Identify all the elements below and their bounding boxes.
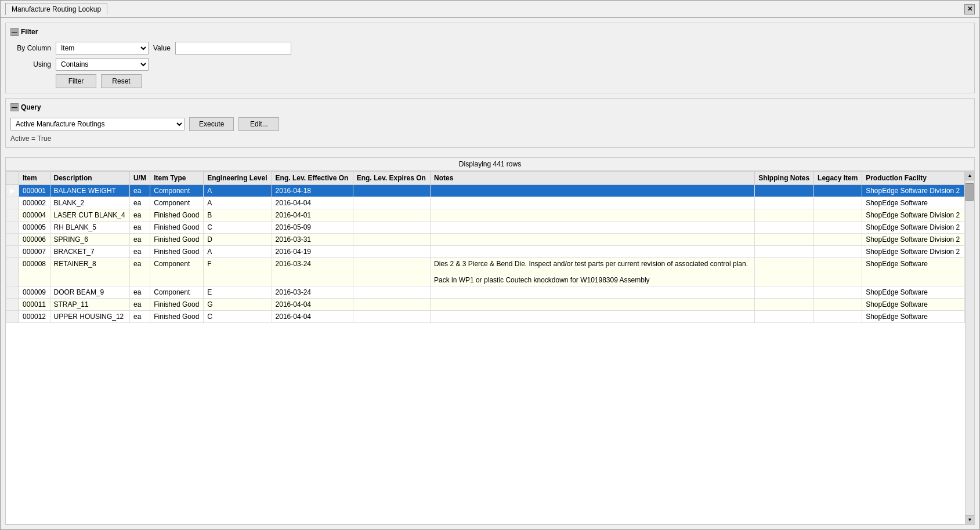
cell-um: ea [129, 258, 150, 286]
vertical-scrollbar[interactable]: ▲ ▼ [965, 171, 974, 524]
cell-shipping-notes [755, 246, 814, 258]
results-display-text: Displaying 441 rows [6, 158, 974, 171]
table-row[interactable]: 000005RH BLANK_5eaFinished GoodC2016-05-… [6, 222, 965, 234]
cell-eng-exp-on [353, 258, 430, 286]
using-select[interactable]: Contains Starts With Equals Not Contains [56, 58, 149, 71]
col-um[interactable]: U/M [129, 172, 150, 185]
table-row[interactable]: 000004LASER CUT BLANK_4eaFinished GoodB2… [6, 209, 965, 222]
table-row[interactable]: ▶000001BALANCE WEIGHTeaComponentA2016-04… [6, 185, 965, 197]
col-item-type[interactable]: Item Type [150, 172, 204, 185]
cell-eng-level: D [204, 234, 272, 246]
col-eng-exp-on[interactable]: Eng. Lev. Expires On [353, 172, 430, 185]
cell-item-type: Finished Good [150, 209, 204, 222]
cell-item: 000002 [19, 197, 50, 209]
cell-notes [431, 197, 755, 209]
table-wrapper: Item Description U/M Item Type Engineeri… [6, 171, 974, 524]
cell-eng-exp-on [353, 246, 430, 258]
scrollbar-up[interactable]: ▲ [965, 171, 974, 180]
cell-eng-level: G [204, 299, 272, 311]
cell-description: BALANCE WEIGHT [50, 185, 129, 197]
value-label: Value [153, 44, 171, 52]
col-eng-level[interactable]: Engineering Level [204, 172, 272, 185]
cell-shipping-notes [755, 286, 814, 299]
reset-button[interactable]: Reset [101, 74, 142, 88]
table-row[interactable]: 000002BLANK_2eaComponentA2016-04-04ShopE… [6, 197, 965, 209]
cell-item-type: Finished Good [150, 222, 204, 234]
cell-eng-level: A [204, 246, 272, 258]
cell-eng-eff-on: 2016-04-04 [272, 311, 353, 323]
cell-eng-eff-on: 2016-04-04 [272, 299, 353, 311]
table-row[interactable]: 000011STRAP_11eaFinished GoodG2016-04-04… [6, 299, 965, 311]
close-button[interactable]: ✕ [964, 4, 975, 14]
execute-button[interactable]: Execute [189, 117, 234, 131]
row-arrow [6, 286, 19, 299]
cell-eng-eff-on: 2016-03-24 [272, 258, 353, 286]
table-row[interactable]: 000008RETAINER_8eaComponentF2016-03-24Di… [6, 258, 965, 286]
col-notes[interactable]: Notes [431, 172, 755, 185]
by-column-row: By Column Item Description U/M Item Type… [10, 42, 970, 55]
col-production-facilty[interactable]: Production Facilty [862, 172, 965, 185]
col-item[interactable]: Item [19, 172, 50, 185]
cell-item: 000011 [19, 299, 50, 311]
row-arrow [6, 222, 19, 234]
cell-legacy-item [814, 311, 862, 323]
cell-production-facilty: ShopEdge Software Division 2 [862, 185, 965, 197]
cell-item: 000004 [19, 209, 50, 222]
cell-eng-exp-on [353, 185, 430, 197]
scrollbar-down[interactable]: ▼ [965, 515, 974, 524]
cell-legacy-item [814, 246, 862, 258]
value-input[interactable] [175, 42, 291, 55]
cell-item-type: Finished Good [150, 246, 204, 258]
cell-production-facilty: ShopEdge Software Division 2 [862, 209, 965, 222]
cell-description: SPRING_6 [50, 234, 129, 246]
query-row: Active Manufacture Routings All Manufact… [10, 117, 970, 131]
table-header-row: Item Description U/M Item Type Engineeri… [6, 172, 965, 185]
cell-item-type: Component [150, 286, 204, 299]
cell-eng-exp-on [353, 197, 430, 209]
table-scroll[interactable]: Item Description U/M Item Type Engineeri… [6, 171, 965, 524]
col-indicator [6, 172, 19, 185]
cell-item-type: Finished Good [150, 311, 204, 323]
cell-eng-level: F [204, 258, 272, 286]
row-arrow: ▶ [6, 185, 19, 197]
edit-button[interactable]: Edit... [238, 117, 279, 131]
cell-eng-exp-on [353, 234, 430, 246]
filter-button[interactable]: Filter [56, 74, 96, 88]
table-row[interactable]: 000006SPRING_6eaFinished GoodD2016-03-31… [6, 234, 965, 246]
col-legacy-item[interactable]: Legacy Item [814, 172, 862, 185]
scrollbar-thumb[interactable] [965, 183, 974, 201]
scrollbar-track[interactable] [965, 180, 974, 515]
cell-production-facilty: ShopEdge Software Division 2 [862, 222, 965, 234]
cell-legacy-item [814, 258, 862, 286]
row-arrow [6, 246, 19, 258]
filter-label: Filter [21, 28, 38, 36]
col-shipping-notes[interactable]: Shipping Notes [755, 172, 814, 185]
cell-item: 000005 [19, 222, 50, 234]
filter-header: — Filter [10, 28, 970, 36]
cell-eng-eff-on: 2016-04-19 [272, 246, 353, 258]
filter-buttons: Filter Reset [56, 74, 970, 88]
cell-legacy-item [814, 299, 862, 311]
window-title: Manufacture Routing Lookup [12, 5, 101, 13]
cell-notes [431, 311, 755, 323]
row-arrow [6, 258, 19, 286]
table-row[interactable]: 000012UPPER HOUSING_12eaFinished GoodC20… [6, 311, 965, 323]
cell-description: LASER CUT BLANK_4 [50, 209, 129, 222]
table-row[interactable]: 000007BRACKET_7eaFinished GoodA2016-04-1… [6, 246, 965, 258]
cell-production-facilty: ShopEdge Software [862, 197, 965, 209]
by-column-select[interactable]: Item Description U/M Item Type Engineeri… [56, 42, 149, 55]
col-description[interactable]: Description [50, 172, 129, 185]
cell-um: ea [129, 311, 150, 323]
using-label: Using [10, 60, 51, 68]
cell-item: 000012 [19, 311, 50, 323]
cell-eng-exp-on [353, 222, 430, 234]
query-select[interactable]: Active Manufacture Routings All Manufact… [10, 118, 185, 130]
cell-description: BLANK_2 [50, 197, 129, 209]
cell-eng-eff-on: 2016-03-24 [272, 286, 353, 299]
col-eng-eff-on[interactable]: Eng. Lev. Effective On [272, 172, 353, 185]
table-row[interactable]: 000009DOOR BEAM_9eaComponentE2016-03-24S… [6, 286, 965, 299]
cell-item-type: Component [150, 258, 204, 286]
query-label: Query [21, 103, 41, 111]
cell-eng-eff-on: 2016-05-09 [272, 222, 353, 234]
cell-item-type: Finished Good [150, 234, 204, 246]
